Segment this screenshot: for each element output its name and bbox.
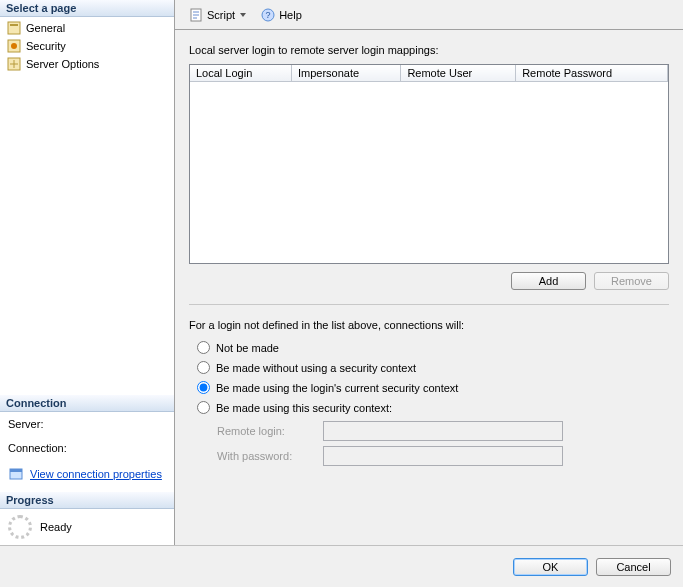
progress-status: Ready: [40, 521, 72, 533]
script-button[interactable]: Script: [183, 4, 251, 26]
with-password-label: With password:: [217, 450, 317, 462]
grid-buttons: Add Remove: [189, 272, 669, 290]
connection-section: Connection Server: Connection: View conn…: [0, 395, 174, 492]
help-button[interactable]: ? Help: [255, 4, 307, 26]
radio-not-made-row[interactable]: Not be made: [197, 341, 669, 354]
svg-point-3: [11, 43, 17, 49]
radio-current-context-row[interactable]: Be made using the login's current securi…: [197, 381, 669, 394]
radio-no-context-label: Be made without using a security context: [216, 362, 416, 374]
col-local-login[interactable]: Local Login: [190, 65, 291, 82]
remote-login-label: Remote login:: [217, 425, 317, 437]
radio-not-made[interactable]: [197, 341, 210, 354]
remote-login-row: Remote login:: [217, 421, 669, 441]
main-layout: Select a page General Security Server Op…: [0, 0, 683, 545]
radio-no-context-row[interactable]: Be made without using a security context: [197, 361, 669, 374]
separator: [189, 304, 669, 305]
server-label: Server:: [8, 418, 166, 430]
progress-spinner-icon: [8, 515, 32, 539]
page-icon: [6, 20, 22, 36]
connection-label: Connection:: [8, 442, 166, 454]
page-icon: [6, 56, 22, 72]
properties-icon: [8, 466, 24, 482]
radio-current-context-label: Be made using the login's current securi…: [216, 382, 458, 394]
view-connection-properties-link[interactable]: View connection properties: [30, 468, 162, 480]
chevron-down-icon: [240, 13, 246, 17]
page-list: General Security Server Options: [0, 17, 174, 75]
svg-rect-6: [10, 469, 22, 472]
mappings-grid[interactable]: Local Login Impersonate Remote User Remo…: [189, 64, 669, 264]
help-icon: ?: [260, 7, 276, 23]
page-security[interactable]: Security: [0, 37, 174, 55]
left-panel: Select a page General Security Server Op…: [0, 0, 175, 545]
ok-button[interactable]: OK: [513, 558, 588, 576]
with-password-row: With password:: [217, 446, 669, 466]
svg-rect-1: [10, 24, 18, 26]
page-label: Security: [26, 40, 66, 52]
svg-text:?: ?: [266, 10, 271, 20]
right-panel: Script ? Help Local server login to remo…: [175, 0, 683, 545]
dialog-footer: OK Cancel: [0, 545, 683, 587]
view-conn-props-row[interactable]: View connection properties: [8, 466, 166, 482]
radio-this-context-row[interactable]: Be made using this security context:: [197, 401, 669, 414]
radio-this-context-label: Be made using this security context:: [216, 402, 392, 414]
script-label: Script: [207, 9, 235, 21]
connection-header: Connection: [0, 395, 174, 412]
remote-login-input[interactable]: [323, 421, 563, 441]
select-page-header: Select a page: [0, 0, 174, 17]
security-radio-group: Not be made Be made without using a secu…: [189, 341, 669, 466]
cancel-button[interactable]: Cancel: [596, 558, 671, 576]
radio-no-context[interactable]: [197, 361, 210, 374]
toolbar: Script ? Help: [175, 0, 683, 30]
progress-section: Progress Ready: [0, 492, 174, 545]
svg-rect-0: [8, 22, 20, 34]
mappings-label: Local server login to remote server logi…: [189, 44, 669, 56]
radio-not-made-label: Not be made: [216, 342, 279, 354]
page-icon: [6, 38, 22, 54]
page-server-options[interactable]: Server Options: [0, 55, 174, 73]
not-defined-label: For a login not defined in the list abov…: [189, 319, 669, 331]
page-label: General: [26, 22, 65, 34]
with-password-input[interactable]: [323, 446, 563, 466]
col-remote-password[interactable]: Remote Password: [516, 65, 668, 82]
progress-header: Progress: [0, 492, 174, 509]
help-label: Help: [279, 9, 302, 21]
content-area: Local server login to remote server logi…: [175, 30, 683, 545]
add-button[interactable]: Add: [511, 272, 586, 290]
script-icon: [188, 7, 204, 23]
page-general[interactable]: General: [0, 19, 174, 37]
col-impersonate[interactable]: Impersonate: [291, 65, 400, 82]
col-remote-user[interactable]: Remote User: [401, 65, 516, 82]
radio-current-context[interactable]: [197, 381, 210, 394]
remove-button[interactable]: Remove: [594, 272, 669, 290]
sidebar-spacer: [0, 75, 174, 395]
radio-this-context[interactable]: [197, 401, 210, 414]
page-label: Server Options: [26, 58, 99, 70]
